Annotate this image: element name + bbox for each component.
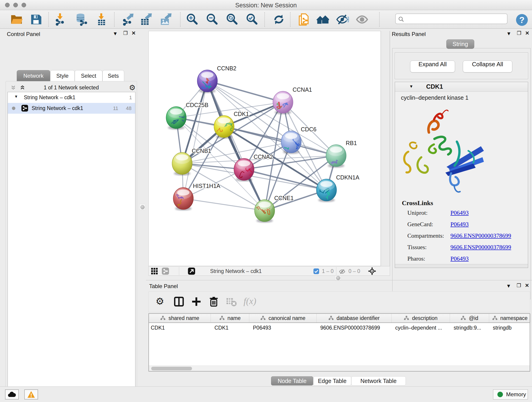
- pan-crosshair-icon[interactable]: [368, 267, 376, 275]
- network-label: String Network – cdk1: [32, 105, 83, 111]
- refresh-icon[interactable]: [272, 13, 285, 26]
- table-panel-float-icon[interactable]: ❐: [517, 283, 521, 288]
- hide-panels-eye-slash-icon[interactable]: [336, 13, 349, 26]
- search-input[interactable]: [395, 13, 507, 24]
- section-expander-icon[interactable]: ▼: [409, 84, 413, 89]
- warnings-button[interactable]: [24, 389, 38, 400]
- network-options-gear-icon[interactable]: ⚙: [129, 83, 136, 92]
- homes-icon[interactable]: [316, 13, 329, 26]
- column-header-name[interactable]: name: [211, 314, 249, 322]
- table-cell[interactable]: CDK1: [211, 323, 249, 332]
- crosslink-link[interactable]: 9606.ENSP00000378699: [450, 232, 511, 239]
- network-node-CCNA1[interactable]: [273, 91, 293, 114]
- network-node-HIST1H1A[interactable]: [173, 187, 193, 212]
- export-table-icon[interactable]: [139, 13, 152, 26]
- network-node-CCNE1[interactable]: [254, 200, 275, 223]
- table-panel-close-icon[interactable]: ✕: [525, 283, 529, 288]
- add-column-icon[interactable]: [190, 296, 202, 307]
- network-view[interactable]: CCNB2CCNA1CDC25BCDK1CDC6RB1CCNB1CCNA2CDK…: [148, 31, 381, 266]
- results-panel-close-icon[interactable]: ✕: [525, 30, 529, 36]
- network-node-CCNB1[interactable]: [172, 153, 192, 176]
- table-options-gear-icon[interactable]: ⚙: [156, 296, 167, 307]
- import-network-icon[interactable]: [53, 13, 66, 26]
- network-node-CDKN1A[interactable]: [317, 179, 336, 202]
- hidden-eye-slash-icon[interactable]: [339, 268, 346, 275]
- toolbar-separator: [180, 12, 181, 27]
- string-app-icon[interactable]: [298, 13, 310, 26]
- left-splitter-handle[interactable]: [139, 204, 145, 210]
- collapse-all-button[interactable]: Collapse All: [463, 61, 512, 72]
- save-session-icon[interactable]: [30, 13, 42, 26]
- zoom-in-icon[interactable]: [186, 13, 198, 26]
- network-scrollbar[interactable]: [381, 31, 390, 266]
- control-panel-collapse-icon[interactable]: ▼: [113, 31, 118, 37]
- network-node-RB1[interactable]: [326, 145, 346, 168]
- table-cell[interactable]: CDK1: [149, 323, 211, 332]
- zoom-fit-icon[interactable]: [225, 13, 238, 26]
- tab-network[interactable]: Network: [17, 70, 50, 81]
- selected-checkbox-icon[interactable]: [313, 268, 319, 274]
- delete-table-icon[interactable]: [225, 296, 237, 307]
- results-panel-collapse-icon[interactable]: ▼: [506, 31, 511, 37]
- tab-network-table[interactable]: Network Table: [351, 376, 406, 385]
- crosslink-link[interactable]: P06493: [450, 255, 469, 262]
- column-header-canonical-name[interactable]: canonical name: [249, 314, 317, 322]
- results-horizontal-scrollbar[interactable]: [395, 264, 528, 268]
- table-horizontal-scrollbar[interactable]: [149, 366, 530, 371]
- table-cell[interactable]: 9606.ENSP00000378699: [317, 323, 392, 332]
- scrollbar-thumb[interactable]: [151, 367, 192, 370]
- tab-string[interactable]: String: [446, 39, 474, 49]
- tab-edge-table[interactable]: Edge Table: [313, 376, 351, 385]
- import-table-icon[interactable]: [95, 13, 108, 26]
- show-panels-eye-icon[interactable]: [355, 13, 368, 26]
- memory-button[interactable]: Memory: [493, 389, 528, 400]
- column-header-database-identifier[interactable]: database identifier: [317, 314, 392, 322]
- tab-style[interactable]: Style: [50, 70, 75, 81]
- help-icon[interactable]: ?: [515, 13, 528, 26]
- column-header-description[interactable]: description: [392, 314, 450, 322]
- network-collection-row[interactable]: ▼ String Network – cdk1 1: [8, 92, 135, 103]
- delete-column-trash-icon[interactable]: [208, 296, 220, 307]
- expand-all-button[interactable]: Expand All: [410, 61, 455, 72]
- control-panel-float-icon[interactable]: ❐: [123, 30, 128, 36]
- show-columns-icon[interactable]: [173, 296, 185, 307]
- export-network-icon[interactable]: [121, 13, 134, 26]
- crosslink-link[interactable]: 9606.ENSP00000378699: [450, 244, 511, 251]
- table-cell[interactable]: P06493: [249, 323, 317, 332]
- export-image-icon[interactable]: [159, 13, 172, 26]
- network-edge[interactable]: [224, 127, 336, 156]
- crosslink-link[interactable]: P06493: [450, 221, 469, 228]
- tree-expander-icon[interactable]: ▼: [14, 95, 18, 99]
- control-panel-close-icon[interactable]: ✕: [132, 30, 136, 36]
- cloud-button[interactable]: [5, 389, 19, 400]
- results-panel-float-icon[interactable]: ❐: [517, 30, 521, 36]
- tab-select[interactable]: Select: [75, 70, 102, 81]
- network-edge[interactable]: [183, 81, 207, 198]
- zoom-selected-icon[interactable]: [245, 13, 258, 26]
- function-builder-icon[interactable]: f(x): [244, 296, 264, 307]
- detach-view-icon[interactable]: [188, 267, 196, 275]
- table-row[interactable]: CDK1CDK1P064939606.ENSP00000378699cyclin…: [149, 323, 530, 332]
- network-share-view-icon[interactable]: [162, 267, 169, 275]
- toolbar-separator: [264, 12, 265, 27]
- network-node-CCNA2[interactable]: [234, 158, 254, 183]
- gene-section-header[interactable]: ▼ CDK1: [395, 82, 528, 92]
- column-header-namespace[interactable]: namespace: [489, 314, 531, 322]
- network-edge[interactable]: [183, 198, 265, 211]
- table-cell[interactable]: stringdb:9...: [450, 323, 489, 332]
- table-cell[interactable]: stringdb: [489, 323, 531, 332]
- zoom-out-icon[interactable]: [206, 13, 218, 26]
- column-header-shared-name[interactable]: shared name: [149, 314, 211, 322]
- table-cell[interactable]: cyclin–dependent ...: [392, 323, 450, 332]
- tab-node-table[interactable]: Node Table: [271, 376, 313, 385]
- tab-sets[interactable]: Sets: [102, 70, 124, 81]
- network-node-CDC6[interactable]: [281, 131, 301, 154]
- grid-view-icon[interactable]: [151, 267, 158, 275]
- import-network-from-database-icon[interactable]: [75, 13, 88, 26]
- crosslink-link[interactable]: P06493: [450, 210, 469, 216]
- network-row[interactable]: String Network – cdk1 11 48: [8, 103, 135, 114]
- open-session-icon[interactable]: [10, 13, 23, 26]
- node-table[interactable]: shared namenamecanonical namedatabase id…: [148, 313, 530, 371]
- column-header--id[interactable]: @id: [450, 314, 489, 322]
- table-panel-collapse-icon[interactable]: ▼: [506, 283, 511, 289]
